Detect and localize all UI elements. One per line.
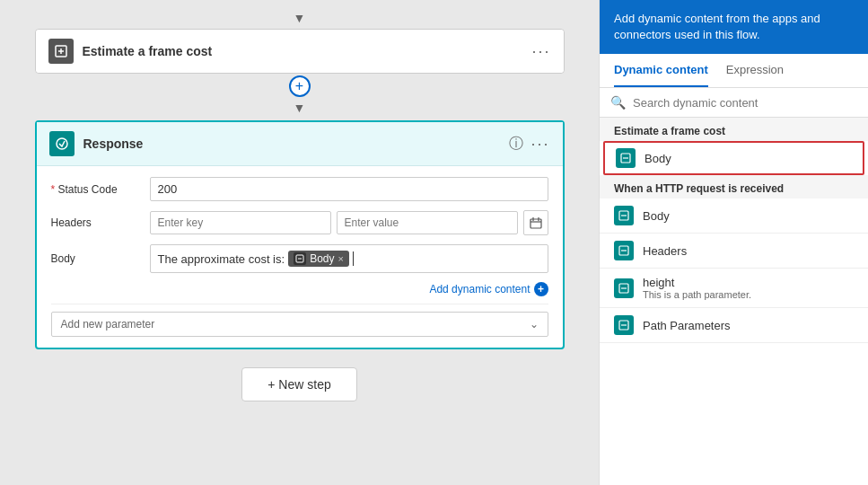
add-dynamic-icon: + [534, 282, 548, 296]
add-dynamic-row: Add dynamic content + [51, 282, 548, 296]
body-tag: Body × [288, 251, 349, 267]
section-estimate-label: Estimate a frame cost [600, 118, 868, 141]
dynamic-item-icon-body [614, 206, 634, 225]
panel-header-text: Add dynamic content from the apps and co… [614, 12, 820, 41]
response-card-body: Status Code Headers [37, 166, 563, 348]
add-param-label: Add new parameter [61, 318, 155, 331]
dynamic-item-title-headers: Headers [643, 244, 854, 258]
headers-label: Headers [51, 216, 150, 229]
dynamic-item-icon-body-highlighted [616, 148, 636, 168]
dynamic-item-body-highlighted[interactable]: Body [603, 141, 864, 175]
tab-dynamic-content[interactable]: Dynamic content [614, 54, 708, 87]
add-dynamic-button[interactable]: Add dynamic content + [429, 282, 548, 296]
dynamic-item-title-body-highlighted: Body [644, 152, 852, 165]
headers-value-input[interactable] [337, 211, 518, 234]
body-prefix-text: The approximate cost is: [158, 252, 285, 266]
right-panel-header: Add dynamic content from the apps and co… [600, 0, 868, 54]
response-title: Response [83, 137, 510, 151]
info-icon[interactable]: ⓘ [509, 135, 523, 154]
dynamic-item-icon-headers [614, 241, 634, 260]
dynamic-item-title-body: Body [643, 209, 854, 223]
svg-point-3 [57, 138, 67, 149]
dynamic-item-content-body: Body [643, 209, 854, 223]
headers-inputs [150, 211, 518, 234]
dynamic-item-title-path-parameters: Path Parameters [643, 319, 854, 332]
panel-tabs: Dynamic content Expression [600, 54, 868, 88]
response-more-button[interactable]: ··· [530, 135, 549, 154]
dynamic-item-subtitle-height: This is a path parameter. [643, 289, 854, 300]
search-icon: 🔍 [610, 95, 626, 110]
dynamic-item-height[interactable]: height This is a path parameter. [600, 269, 868, 308]
search-input[interactable] [633, 96, 857, 110]
dynamic-item-icon-path-parameters [614, 315, 634, 335]
estimate-more-button[interactable]: ··· [531, 42, 550, 61]
response-card-header: Response ⓘ ··· [37, 122, 563, 166]
chevron-down-icon: ⌄ [530, 318, 539, 331]
status-code-input[interactable] [150, 177, 548, 201]
body-field[interactable]: The approximate cost is: Body × [150, 244, 548, 273]
tab-expression[interactable]: Expression [726, 54, 784, 87]
add-param-row: Add new parameter ⌄ [51, 304, 548, 337]
text-cursor [353, 251, 354, 266]
body-tag-text: Body [310, 252, 334, 265]
add-step-circle[interactable]: + [289, 75, 311, 97]
headers-key-input[interactable] [150, 211, 331, 234]
svg-rect-4 [530, 219, 541, 228]
response-card: Response ⓘ ··· Status Code Headers [35, 120, 565, 349]
dynamic-item-body[interactable]: Body [600, 198, 868, 234]
dynamic-item-headers[interactable]: Headers [600, 234, 868, 269]
search-bar: 🔍 [600, 88, 868, 118]
dynamic-item-content-height: height This is a path parameter. [643, 276, 854, 300]
body-row: Body The approximate cost is: Body [51, 244, 548, 273]
estimate-frame-cost-card: Estimate a frame cost ··· [35, 29, 565, 74]
new-step-button[interactable]: + New step [241, 367, 356, 401]
estimate-step-title: Estimate a frame cost [83, 44, 532, 58]
dynamic-item-title-height: height [643, 276, 854, 289]
body-label: Body [51, 252, 150, 265]
dynamic-item-path-parameters[interactable]: Path Parameters [600, 308, 868, 343]
section-http-label: When a HTTP request is received [600, 175, 868, 198]
estimate-step-icon [48, 39, 74, 64]
dynamic-item-content-headers: Headers [643, 244, 854, 258]
calendar-icon-button[interactable] [523, 210, 548, 235]
add-param-select[interactable]: Add new parameter ⌄ [51, 312, 548, 337]
body-tag-icon [294, 252, 306, 265]
status-code-row: Status Code [51, 177, 548, 201]
dynamic-item-icon-height [614, 278, 634, 298]
add-dynamic-label: Add dynamic content [429, 283, 530, 295]
response-step-icon [49, 131, 75, 156]
main-canvas: ▼ Estimate a frame cost ··· + ▼ [0, 0, 599, 485]
dynamic-item-content-path-parameters: Path Parameters [643, 319, 854, 332]
connector-area: + ▼ [289, 75, 311, 119]
headers-row: Headers [51, 210, 548, 235]
body-tag-close[interactable]: × [338, 253, 343, 264]
right-panel: Add dynamic content from the apps and co… [599, 0, 868, 485]
arrow-top: ▼ [294, 11, 306, 25]
step-card-header: Estimate a frame cost ··· [36, 30, 564, 73]
dynamic-item-content-body-highlighted: Body [644, 152, 852, 165]
status-code-label: Status Code [51, 183, 150, 196]
arrow-mid: ▼ [294, 101, 306, 115]
flow-container: ▼ Estimate a frame cost ··· + ▼ [18, 0, 581, 401]
